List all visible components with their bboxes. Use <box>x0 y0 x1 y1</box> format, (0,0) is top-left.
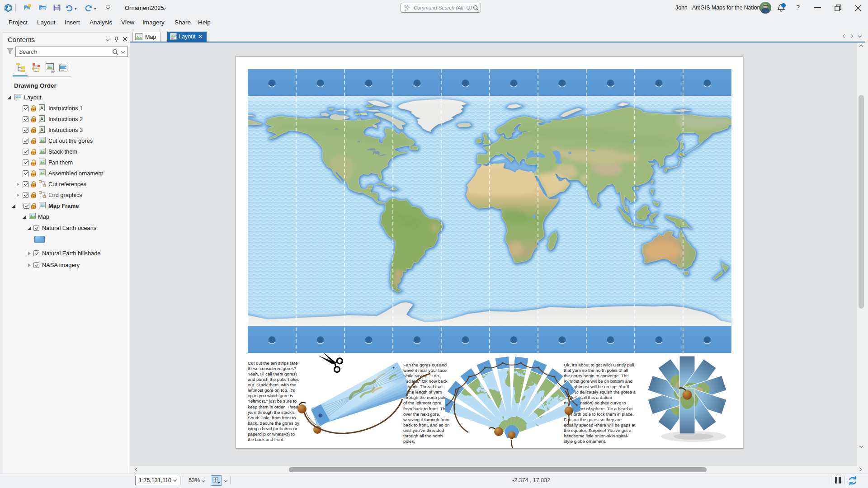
svg-text:A: A <box>40 116 43 122</box>
svg-text:A: A <box>40 105 43 111</box>
svg-text:A: A <box>40 127 43 132</box>
